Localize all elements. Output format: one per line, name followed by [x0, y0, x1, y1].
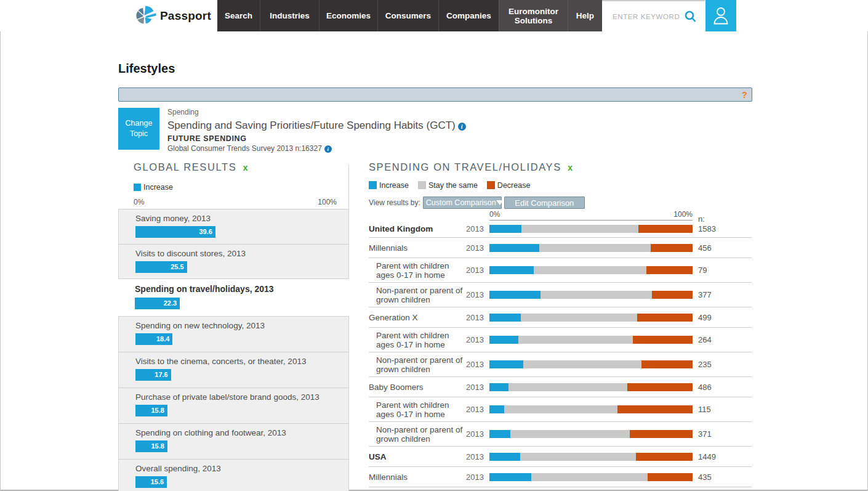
stacked-bar [489, 291, 693, 299]
help-question-mark[interactable]: ? [742, 89, 747, 101]
left-row[interactable]: Saving money, 201339.6 [119, 209, 348, 244]
decrease-segment [646, 266, 693, 274]
comparison-row-label: Parent with children ages 0-17 in home [369, 261, 466, 280]
magnifier-icon[interactable] [685, 10, 696, 23]
user-account-button[interactable] [705, 0, 736, 31]
stacked-bar [489, 360, 693, 368]
info-icon[interactable]: i [458, 123, 466, 131]
left-panel-title: GLOBAL RESULTS [134, 163, 236, 171]
stacked-bar [489, 244, 693, 252]
increase-segment [489, 383, 508, 391]
increase-segment [489, 453, 520, 461]
stay-the-same-segment [523, 360, 641, 368]
left-row[interactable]: Purchase of private label/store brand go… [119, 388, 348, 423]
comparison-row-n: 115 [693, 405, 711, 414]
increase-bar: 15.8 [135, 440, 167, 452]
left-row[interactable]: Visits to discount stores, 201325.5 [119, 244, 348, 279]
comparison-row[interactable]: Parent with children ages 0-17 in home20… [369, 258, 752, 283]
left-row[interactable]: Visits to the cinema, concerts, or theat… [119, 352, 348, 388]
passport-logo[interactable]: Passport [136, 0, 211, 31]
stacked-bar [489, 383, 693, 391]
stay-the-same-segment [520, 453, 636, 461]
comparison-row[interactable]: Non-parent or parent of grown children20… [369, 422, 752, 447]
decrease-segment [652, 291, 693, 299]
comparison-dropdown[interactable]: Custom Comparison [423, 197, 502, 209]
comparison-row[interactable]: Non-parent or parent of grown children20… [369, 283, 752, 307]
axis-min-label: 0% [489, 210, 500, 219]
nav-item-consumers[interactable]: Consumers [377, 0, 438, 31]
nav-item-search[interactable]: Search [217, 0, 260, 31]
decrease-segment [648, 473, 693, 481]
left-row-selected[interactable]: Spending on travel/holidays, 201322.3 [118, 279, 349, 316]
comparison-row-year: 2013 [466, 452, 489, 461]
comparison-dropdown-value: Custom Comparison [426, 198, 496, 207]
stacked-bar [489, 266, 693, 274]
legend-label: Decrease [497, 181, 531, 190]
topic-title: Spending and Saving Priorities/Future Sp… [167, 120, 660, 132]
comparison-row-n: 371 [693, 429, 712, 439]
decrease-segment [638, 225, 693, 233]
comparison-row[interactable]: Generation X2013499 [369, 307, 752, 328]
info-icon[interactable]: i [324, 145, 332, 153]
comparison-row-label: Millennials [369, 473, 466, 482]
close-panel-icon[interactable]: x [243, 163, 248, 172]
increase-bar: 17.6 [135, 369, 171, 381]
bar-track: 22.3 [135, 298, 337, 309]
comparison-row[interactable]: Millennials2013456 [369, 238, 752, 258]
comparison-row-year: 2013 [466, 224, 489, 233]
topic-info: Spending Spending and Saving Priorities/… [167, 108, 660, 153]
legend-swatch-increase [369, 181, 377, 189]
logo-text: Passport [160, 9, 211, 23]
nav-item-euromonitor-solutions[interactable]: EuromonitorSolutions [499, 0, 568, 31]
close-panel-icon[interactable]: x [568, 163, 573, 172]
stay-the-same-segment [508, 383, 627, 391]
comparison-row-label: Non-parent or parent of grown children [369, 355, 466, 374]
nav-item-industries[interactable]: Industries [260, 0, 319, 31]
comparison-row[interactable]: United Kingdom20131583 [369, 221, 752, 238]
stacked-bar [489, 225, 693, 233]
increase-bar: 15.6 [135, 476, 167, 488]
comparison-row-n: 435 [693, 473, 712, 482]
increase-segment [489, 473, 531, 481]
left-row[interactable]: Overall spending, 201315.6 [119, 459, 348, 491]
nav-item-economies[interactable]: Economies [319, 0, 377, 31]
comparison-row[interactable]: Non-parent or parent of grown children20… [369, 352, 752, 377]
increase-bar: 15.8 [135, 405, 167, 416]
stay-the-same-segment [540, 291, 653, 299]
comparison-row[interactable]: Parent with children ages 0-17 in home20… [369, 397, 752, 422]
comparison-row-label: Millennials [369, 243, 466, 253]
search-box [602, 0, 705, 31]
increase-segment [489, 266, 534, 274]
comparison-row[interactable]: Millennials2013435 [369, 467, 752, 487]
topic-breadcrumb: Spending [167, 108, 660, 116]
comparison-row-label: Parent with children ages 0-17 in home [369, 400, 466, 419]
stacked-bar [489, 473, 693, 481]
right-panel-title: SPENDING ON TRAVEL/HOLIDAYS [369, 163, 561, 171]
left-panel-legend: Increase [134, 183, 349, 192]
nav-item-companies[interactable]: Companies [438, 0, 499, 31]
left-panel-axis: 0% 100% [134, 198, 337, 206]
topic-selector-bar[interactable]: ? [118, 87, 752, 102]
top-header: Passport SearchIndustriesEconomiesConsum… [0, 0, 868, 31]
global-results-panel: GLOBAL RESULTS x Increase 0% 100% Saving… [118, 162, 349, 491]
axis-min-label: 0% [134, 198, 144, 206]
increase-segment [489, 244, 539, 252]
comparison-row-n: 456 [693, 243, 712, 253]
left-row[interactable]: Spending on new technology, 201318.4 [119, 317, 348, 352]
stay-the-same-segment [518, 336, 633, 344]
stay-the-same-segment [521, 314, 637, 322]
comparison-row[interactable]: Parent with children ages 0-17 in home20… [369, 328, 752, 352]
nav-item-help[interactable]: Help [568, 0, 602, 31]
comparison-row[interactable]: Baby Boomers2013486 [369, 377, 752, 397]
comparison-row[interactable]: USA20131449 [369, 447, 752, 467]
increase-bar: 39.6 [135, 226, 215, 238]
legend-swatch-stay-the-same [418, 181, 426, 189]
comparison-row-n: 235 [693, 360, 712, 369]
left-row-group: Saving money, 201339.6Visits to discount… [118, 209, 349, 279]
comparison-row-year: 2013 [466, 335, 489, 344]
edit-comparison-button[interactable]: Edit Comparison [504, 197, 585, 209]
left-row[interactable]: Spending on clothing and footwear, 20131… [119, 423, 348, 459]
left-row-label: Spending on travel/holidays, 2013 [135, 285, 337, 294]
change-topic-button[interactable]: Change Topic [118, 108, 159, 150]
comparison-row-label: Non-parent or parent of grown children [369, 425, 466, 444]
